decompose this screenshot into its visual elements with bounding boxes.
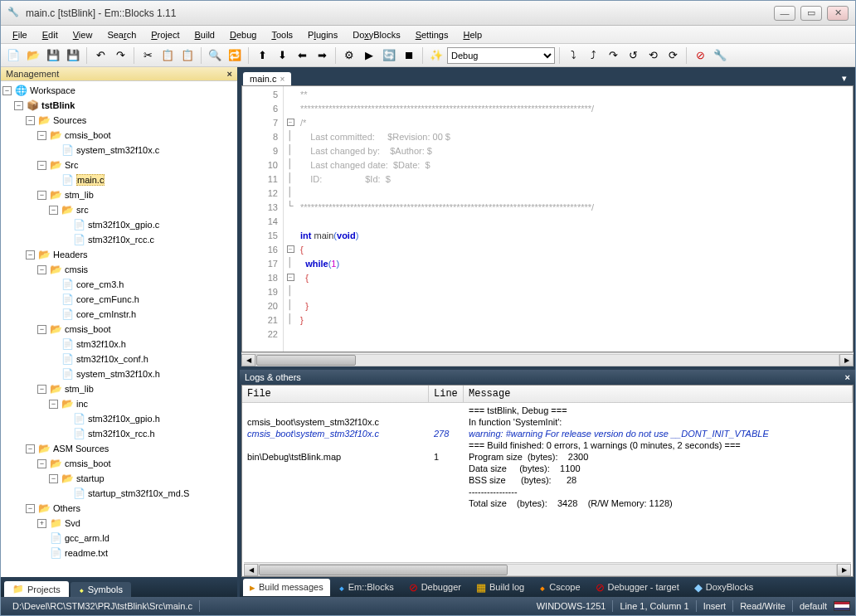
wand-icon[interactable]: ✨ xyxy=(427,46,445,65)
debug-step5-icon[interactable]: ⟲ xyxy=(644,46,662,65)
tab-overflow-icon[interactable]: ▾ xyxy=(837,71,852,85)
open-file-icon[interactable]: 📂 xyxy=(24,46,42,65)
maximize-button[interactable]: ▭ xyxy=(800,6,822,21)
tab-symbols[interactable]: ⬥Symbols xyxy=(71,582,131,597)
nav4-icon[interactable]: ➡ xyxy=(313,46,331,65)
tree-asm-cmsis-boot[interactable]: −📂cmsis_boot xyxy=(2,456,236,471)
tree-main-c[interactable]: 📄main.c xyxy=(2,172,236,187)
tab-doxyblocks[interactable]: ◆DoxyBlocks xyxy=(688,579,760,596)
run-icon[interactable]: ▶ xyxy=(360,46,378,65)
stop-icon[interactable]: ⏹ xyxy=(400,46,418,65)
tree-cmsis[interactable]: −📂cmsis xyxy=(2,262,236,277)
tree-gpio-c[interactable]: 📄stm32f10x_gpio.c xyxy=(2,217,236,232)
undo-icon[interactable]: ↶ xyxy=(91,46,109,65)
tree-others[interactable]: −📂Others xyxy=(2,501,236,516)
tree-rcc-h[interactable]: 📄stm32f10x_rcc.h xyxy=(2,426,236,441)
close-button[interactable]: ✕ xyxy=(827,6,849,21)
tree-readme[interactable]: 📄readme.txt xyxy=(2,546,236,560)
tree-core-cm3[interactable]: 📄core_cm3.h xyxy=(2,277,236,292)
tab-build-messages[interactable]: ▸Build messages xyxy=(243,579,330,596)
tree-stm32f10x-conf[interactable]: 📄stm32f10x_conf.h xyxy=(2,352,236,366)
new-file-icon[interactable]: 📄 xyxy=(4,46,22,65)
find-icon[interactable]: 🔍 xyxy=(206,46,224,65)
debug-step1-icon[interactable]: ⤵ xyxy=(564,46,582,65)
menu-plugins[interactable]: Plugins xyxy=(301,28,344,41)
minimize-button[interactable]: — xyxy=(774,6,795,21)
tree-startup[interactable]: −📂startup xyxy=(2,471,236,486)
code-editor[interactable]: 567 8910 111213 141516 171819 202122 −││… xyxy=(241,85,854,352)
scroll-left-icon[interactable]: ◀ xyxy=(241,354,255,366)
editor-hscroll[interactable]: ◀ ▶ xyxy=(241,352,854,366)
build-icon[interactable]: ⚙ xyxy=(340,46,358,65)
tab-close-icon[interactable]: × xyxy=(280,75,285,84)
menu-doxyblocks[interactable]: DoxyBlocks xyxy=(346,28,406,41)
tree-startup-s[interactable]: 📄startup_stm32f10x_md.S xyxy=(2,486,236,501)
tab-emblocks[interactable]: ⬥Em::Blocks xyxy=(332,579,401,596)
logs-scroll-right-icon[interactable]: ▶ xyxy=(837,564,851,576)
nav3-icon[interactable]: ⬅ xyxy=(293,46,311,65)
tree-system-stm32-h[interactable]: 📄system_stm32f10x.h xyxy=(2,366,236,381)
menu-tools[interactable]: Tools xyxy=(265,28,299,41)
menu-search[interactable]: Search xyxy=(100,28,143,41)
tree-system-stm32-c[interactable]: 📄system_stm32f10x.c xyxy=(2,143,236,158)
tab-build-log[interactable]: ▦Build log xyxy=(469,579,531,596)
debug-step2-icon[interactable]: ⤴ xyxy=(584,46,602,65)
menu-settings[interactable]: Settings xyxy=(409,28,455,41)
nav1-icon[interactable]: ⬆ xyxy=(253,46,271,65)
cut-icon[interactable]: ✂ xyxy=(139,46,157,65)
tree-core-cminstr[interactable]: 📄core_cmInstr.h xyxy=(2,307,236,322)
tree-gcc-arm[interactable]: 📄gcc_arm.ld xyxy=(2,531,236,546)
tab-debugger[interactable]: ⊘Debugger xyxy=(402,579,468,596)
tree-stm-lib-src[interactable]: −📂src xyxy=(2,202,236,217)
log-body[interactable]: === tstBlink, Debug === cmsis_boot\syste… xyxy=(242,403,853,511)
menu-file[interactable]: File xyxy=(6,28,34,41)
locale-flag-icon[interactable] xyxy=(834,601,850,611)
tree-stm32f10x-h[interactable]: 📄stm32f10x.h xyxy=(2,337,236,352)
debug-step6-icon[interactable]: ⟳ xyxy=(664,46,682,65)
stop-debug-icon[interactable]: ⊘ xyxy=(691,46,709,65)
tool-icon[interactable]: 🔧 xyxy=(711,46,729,65)
tree-core-cmfunc[interactable]: 📄core_cmFunc.h xyxy=(2,292,236,307)
debug-step4-icon[interactable]: ↺ xyxy=(624,46,642,65)
logs-scroll-left-icon[interactable]: ◀ xyxy=(244,564,258,576)
nav2-icon[interactable]: ⬇ xyxy=(273,46,291,65)
project-tree[interactable]: −🌐Workspace −📦tstBlink −📂Sources −📂cmsis… xyxy=(1,81,237,577)
tree-inc[interactable]: −📂inc xyxy=(2,396,236,411)
tab-projects[interactable]: 📁Projects xyxy=(4,581,69,597)
build-config-select[interactable]: Debug xyxy=(447,47,555,64)
tree-rcc-c[interactable]: 📄stm32f10x_rcc.c xyxy=(2,232,236,247)
save-icon[interactable]: 💾 xyxy=(44,46,62,65)
menu-help[interactable]: Help xyxy=(456,28,489,41)
tree-workspace[interactable]: −🌐Workspace xyxy=(2,83,236,98)
tree-stm-lib[interactable]: −📂stm_lib xyxy=(2,187,236,202)
management-close-icon[interactable]: × xyxy=(227,69,232,79)
logs-hscroll[interactable]: ◀ ▶ xyxy=(244,562,851,576)
tree-cmsis-boot-h[interactable]: −📂cmsis_boot xyxy=(2,322,236,337)
tree-stm-lib-h[interactable]: −📂stm_lib xyxy=(2,381,236,396)
copy-icon[interactable]: 📋 xyxy=(158,46,177,65)
save-all-icon[interactable]: 💾 xyxy=(64,46,82,65)
tab-cscope[interactable]: ⬥Cscope xyxy=(533,579,586,596)
tree-cmsis-boot[interactable]: −📂cmsis_boot xyxy=(2,128,236,143)
code-content[interactable]: ** *************************************… xyxy=(297,86,853,352)
debug-step3-icon[interactable]: ↷ xyxy=(604,46,622,65)
tree-project[interactable]: −📦tstBlink xyxy=(2,98,236,113)
menu-debug[interactable]: Debug xyxy=(223,28,263,41)
redo-icon[interactable]: ↷ xyxy=(111,46,129,65)
editor-tab-main-c[interactable]: main.c × xyxy=(243,72,291,85)
tree-svd[interactable]: +📁Svd xyxy=(2,516,236,531)
tab-debugger-target[interactable]: ⊘Debugger - target xyxy=(589,579,686,596)
scroll-right-icon[interactable]: ▶ xyxy=(839,354,854,366)
tree-gpio-h[interactable]: 📄stm32f10x_gpio.h xyxy=(2,411,236,426)
tree-src[interactable]: −📂Src xyxy=(2,158,236,172)
menu-project[interactable]: Project xyxy=(144,28,186,41)
replace-icon[interactable]: 🔁 xyxy=(226,46,244,65)
tree-asm-sources[interactable]: −📂ASM Sources xyxy=(2,441,236,456)
paste-icon[interactable]: 📋 xyxy=(178,46,197,65)
tree-headers[interactable]: −📂Headers xyxy=(2,247,236,262)
rebuild-icon[interactable]: 🔄 xyxy=(380,46,398,65)
logs-close-icon[interactable]: × xyxy=(845,372,850,382)
menu-edit[interactable]: Edit xyxy=(36,28,65,41)
menu-build[interactable]: Build xyxy=(188,28,221,41)
fold-column[interactable]: −│││││└ −│−│││ xyxy=(284,86,297,352)
